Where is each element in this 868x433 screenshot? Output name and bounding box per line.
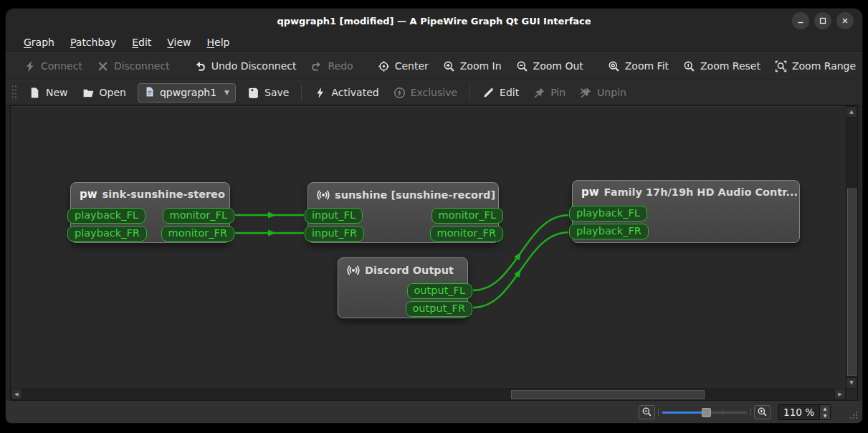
node-family-hd-audio[interactable]: pwFamily 17h/19h HD Audio Contr...playba… <box>572 180 800 243</box>
vertical-scrollbar[interactable]: ▲ ▼ <box>846 106 857 389</box>
toolbar-button-label: New <box>46 87 68 98</box>
menu-help[interactable]: Help <box>199 37 238 48</box>
zoom-reset-icon <box>683 60 695 72</box>
node-title: sink-sunshine-stereo <box>102 189 225 200</box>
toolbar-button-label: Redo <box>328 60 353 72</box>
pipewire-icon: pw <box>80 189 97 200</box>
activated-icon <box>314 87 326 99</box>
graph-canvas[interactable]: pwsink-sunshine-stereoplayback_FLplaybac… <box>10 105 858 401</box>
spin-up-button[interactable]: ▲ <box>820 405 830 412</box>
edit-icon <box>482 87 495 99</box>
toolbar-button-label: Undo Disconnect <box>211 60 297 72</box>
toolbar-separator <box>301 85 302 101</box>
zoom-in-icon <box>757 406 768 417</box>
node-title: Discord Output <box>365 265 454 276</box>
exclusive-icon <box>394 87 406 99</box>
node-sink-sunshine-stereo[interactable]: pwsink-sunshine-stereoplayback_FLplaybac… <box>70 182 230 243</box>
file-doc-icon <box>144 86 156 97</box>
port-playback-fl[interactable]: playback_FL <box>569 206 647 222</box>
exclusive-icon <box>394 87 406 99</box>
zoom-value[interactable]: 110 % <box>778 405 819 419</box>
zoom-in-icon <box>443 60 455 72</box>
node-sunshine[interactable]: sunshine [sunshine-record]input_FLinput_… <box>307 182 499 243</box>
redo-icon <box>310 60 323 72</box>
zoom-out-small-button[interactable] <box>639 405 655 419</box>
activated-icon <box>314 87 326 99</box>
zoom-fit-icon <box>608 60 620 72</box>
undo-disconnect-button[interactable]: Undo Disconnect <box>187 56 304 76</box>
zoom-slider-handle[interactable] <box>702 408 711 417</box>
port-monitor-fr[interactable]: monitor_FR <box>161 226 234 242</box>
zoom-in-small-button[interactable] <box>754 405 771 419</box>
undo-icon <box>194 60 206 72</box>
zoom-spinbox[interactable]: 110 % ▲ ▼ <box>778 404 831 420</box>
zoom-range-icon <box>775 60 787 72</box>
port-monitor-fr[interactable]: monitor_FR <box>430 226 503 242</box>
open-button[interactable]: Open <box>75 82 133 103</box>
undo-icon <box>194 60 206 72</box>
port-input-fl[interactable]: input_FL <box>305 208 363 224</box>
vertical-scroll-thumb[interactable] <box>847 189 857 376</box>
zoom-out-button[interactable]: Zoom Out <box>509 56 591 76</box>
port-playback-fr[interactable]: playback_FR <box>569 224 649 239</box>
unpin-icon <box>580 87 592 99</box>
center-icon <box>378 60 390 72</box>
horizontal-scroll-thumb[interactable] <box>511 390 705 399</box>
zoom-out-icon <box>642 406 652 417</box>
port-monitor-fl[interactable]: monitor_FL <box>163 208 234 224</box>
open-folder-icon <box>82 87 95 99</box>
toolbar-drag-handle[interactable] <box>11 85 16 100</box>
menu-view[interactable]: View <box>159 37 199 48</box>
combo-value: qpwgraph1 <box>160 87 216 98</box>
media-node-icon <box>347 264 360 277</box>
minimize-button[interactable] <box>792 12 809 29</box>
port-input-fr[interactable]: input_FR <box>305 226 364 242</box>
scroll-down-button[interactable]: ▼ <box>846 377 857 389</box>
menubar: GraphPatchbayEditViewHelp <box>6 33 862 52</box>
port-monitor-fl[interactable]: monitor_FL <box>431 208 503 224</box>
maximize-button[interactable] <box>814 12 831 29</box>
save-button[interactable]: Save <box>240 82 296 103</box>
menu-graph[interactable]: Graph <box>16 37 62 48</box>
zoom-slider[interactable] <box>662 406 747 418</box>
menu-patchbay[interactable]: Patchbay <box>62 37 124 48</box>
connection-wires <box>11 106 857 400</box>
node-discord-output[interactable]: Discord Outputoutput_FLoutput_FR <box>338 257 468 318</box>
node-header: sunshine [sunshine-record] <box>308 183 498 201</box>
zoom-out-icon <box>516 60 528 72</box>
spin-down-button[interactable]: ▼ <box>820 412 830 419</box>
menu-edit[interactable]: Edit <box>124 37 159 48</box>
toolbar-button-label: Save <box>264 87 289 98</box>
scroll-right-button[interactable]: ▶ <box>834 389 846 400</box>
toolbar-button-label: Zoom In <box>460 60 502 72</box>
patchbay-toolbar: NewOpenqpwgraph1▼SaveActivatedExclusiveE… <box>6 80 862 105</box>
scroll-up-button[interactable]: ▲ <box>846 106 857 118</box>
node-header: pwFamily 17h/19h HD Audio Contr... <box>573 181 799 198</box>
window-controls <box>792 12 854 29</box>
scroll-left-button[interactable]: ◀ <box>11 389 22 400</box>
zoom-fit-button[interactable]: Zoom Fit <box>601 56 676 76</box>
zoom-in-button[interactable]: Zoom In <box>436 56 509 76</box>
toolbar-button-label: Exclusive <box>411 87 457 98</box>
activated-button[interactable]: Activated <box>307 82 386 103</box>
new-button[interactable]: New <box>22 82 75 103</box>
zoom-in-icon <box>443 60 455 72</box>
port-output-fl[interactable]: output_FL <box>407 283 473 299</box>
zoom-range-button[interactable]: Zoom Range <box>768 56 863 76</box>
zoom-reset-button[interactable]: Zoom Reset <box>676 56 768 76</box>
edit-button[interactable]: Edit <box>475 82 526 103</box>
port-playback-fr[interactable]: playback_FR <box>67 226 147 242</box>
edit-icon <box>482 87 495 99</box>
close-button[interactable] <box>836 12 854 29</box>
disconnect-button: Disconnect <box>90 56 177 76</box>
open-folder-icon <box>82 87 95 99</box>
port-playback-fl[interactable]: playback_FL <box>67 208 146 224</box>
patchbay-profile-combo[interactable]: qpwgraph1▼ <box>138 83 236 103</box>
horizontal-scrollbar[interactable]: ◀ ▶ <box>11 389 846 400</box>
titlebar[interactable]: qpwgraph1 [modified] — A PipeWire Graph … <box>6 9 862 33</box>
port-output-fr[interactable]: output_FR <box>406 301 473 317</box>
toolbar-button-label: Zoom Out <box>533 60 583 72</box>
resize-grip[interactable] <box>848 409 859 420</box>
media-node-icon <box>347 264 360 277</box>
center-button[interactable]: Center <box>371 56 436 76</box>
